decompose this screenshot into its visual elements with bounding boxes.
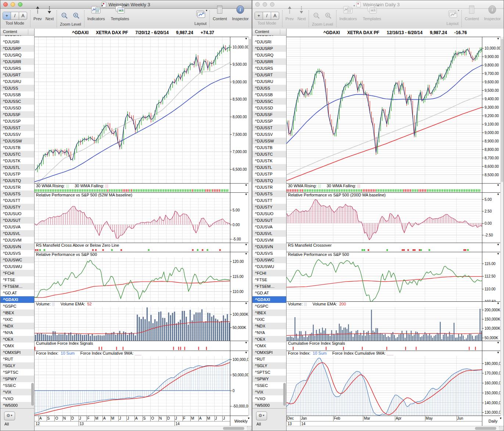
sidebar-item-djustc[interactable]: ^DJUSTC — [252, 151, 286, 157]
sidebar-item-djusuo[interactable]: ^DJUSUO — [0, 210, 34, 217]
sidebar-item-djusrq[interactable]: ^DJUSRQ — [252, 52, 286, 58]
strip-wma-chart[interactable] — [35, 189, 252, 192]
sidebar-item-djusrs[interactable]: ^DJUSRS — [252, 65, 286, 72]
sidebar-item-djustr[interactable]: ^DJUSTR — [0, 184, 34, 191]
sidebar-item-ibex[interactable]: ^IBEX — [0, 309, 34, 316]
sidebar-item-ixic[interactable]: ^IXIC — [252, 316, 286, 323]
pane-disclosure-icon[interactable]: ▼ — [245, 193, 248, 196]
text-tool-icon[interactable]: A — [271, 12, 279, 19]
zoom-out-icon[interactable] — [313, 12, 320, 21]
vbars-chart[interactable] — [287, 307, 504, 341]
sidebar-item-djusrq[interactable]: ^DJUSRQ — [0, 52, 34, 58]
force-chart[interactable] — [35, 356, 252, 416]
sidebar-item-omx[interactable]: ^OMX — [0, 343, 34, 349]
sidebar-item-djuswu[interactable]: ^DJUSWU — [0, 263, 34, 270]
gear-menu-button[interactable]: ⚙▼ — [256, 412, 267, 420]
sidebar-item-ftsem[interactable]: ^FTSEM… — [252, 283, 286, 290]
sidebar-item-spwy[interactable]: ^SPWY — [252, 376, 286, 382]
sidebar-item-djusri[interactable]: ^DJUSRI — [252, 39, 286, 45]
sidebar-item-ftsem[interactable]: ^FTSEM… — [0, 283, 34, 290]
sidebar-item-omx[interactable]: ^OMX — [252, 343, 286, 349]
sidebar-item-djusst[interactable]: ^DJUSST — [252, 124, 286, 131]
sidebar-item-djussp[interactable]: ^DJUSSP — [252, 118, 286, 124]
sidebar-item-djustt[interactable]: ^DJUSTT — [252, 197, 286, 204]
sidebar-item-djusvn[interactable]: ^DJUSVN — [0, 243, 34, 250]
sidebar-item-djustl[interactable]: ^DJUSTL — [252, 164, 286, 171]
sidebar-item-djusts[interactable]: ^DJUSTS — [252, 191, 286, 197]
sidebar-item-djustq[interactable]: ^DJUSTQ — [252, 177, 286, 184]
strip-dots-chart[interactable] — [35, 248, 252, 252]
sidebar-item-djustk[interactable]: ^DJUSTK — [252, 157, 286, 164]
sidebar-item-djussv[interactable]: ^DJUSSV — [0, 131, 34, 138]
sidebar-item-w5000[interactable]: ^W5000 — [0, 402, 34, 409]
lines-chart[interactable] — [35, 257, 252, 301]
strip-cfi-chart[interactable] — [287, 346, 504, 351]
sidebar-item-djusuo[interactable]: ^DJUSUO — [252, 210, 286, 217]
sidebar-scrollbar[interactable] — [31, 35, 34, 409]
sidebar-item-djussw[interactable]: ^DJUSSW — [252, 138, 286, 144]
layout-button[interactable]: ▼ Layout — [194, 10, 206, 26]
sidebar-item-oex[interactable]: ^OEX — [0, 336, 34, 343]
zoom-button[interactable] — [18, 2, 22, 7]
pane-disclosure-icon[interactable]: ▼ — [497, 302, 500, 305]
sidebar-item-vix[interactable]: ^VIX — [0, 389, 34, 395]
horizontal-scrollbar[interactable] — [287, 426, 504, 431]
sidebar-header[interactable]: Content — [0, 29, 34, 36]
sidebar-item-w5000[interactable]: ^W5000 — [252, 402, 286, 409]
hatch-chart[interactable] — [35, 198, 252, 243]
sidebar-item-djussw[interactable]: ^DJUSSW — [0, 138, 34, 144]
sidebar-item-djussd[interactable]: ^DJUSSD — [0, 105, 34, 111]
pane-disclosure-icon[interactable]: ▼ — [497, 341, 500, 345]
sidebar-item-ftse[interactable]: ^FTSE — [0, 276, 34, 283]
sidebar-item-ibex[interactable]: ^IBEX — [252, 309, 286, 316]
sidebar-item-gspc[interactable]: ^GSPC — [0, 303, 34, 309]
sidebar-item-gspc[interactable]: ^GSPC — [252, 303, 286, 309]
sidebar-item-djusva[interactable]: ^DJUSVA — [252, 224, 286, 230]
force-chart[interactable] — [287, 356, 504, 416]
sidebar-item-nya[interactable]: ^NYA — [0, 329, 34, 336]
sidebar-item-nya[interactable]: ^NYA — [252, 329, 286, 336]
hatch-chart[interactable] — [287, 198, 504, 243]
pane-disclosure-icon[interactable]: ▼ — [497, 351, 500, 355]
sidebar-item-djusrp[interactable]: ^DJUSRP — [0, 45, 34, 52]
sidebar-item-djusvl[interactable]: ^DJUSVL — [0, 230, 34, 237]
sidebar-item-djustl[interactable]: ^DJUSTL — [0, 164, 34, 171]
sidebar-item-ssec[interactable]: ^SSEC — [0, 382, 34, 389]
sidebar-item-djusrr[interactable]: ^DJUSRR — [0, 58, 34, 65]
strip-cfi-chart[interactable] — [35, 346, 252, 351]
sidebar-item-djusut[interactable]: ^DJUSUT — [0, 217, 34, 224]
close-button[interactable] — [3, 2, 8, 7]
sidebar-item-djussf[interactable]: ^DJUSSF — [0, 111, 34, 118]
sidebar-item-ndx[interactable]: ^NDX — [252, 323, 286, 329]
sidebar-item-djussb[interactable]: ^DJUSSB — [252, 91, 286, 98]
sidebar-item-rut[interactable]: ^RUT — [0, 356, 34, 362]
sidebar-item-gdaxi[interactable]: ^GDAXI — [252, 296, 286, 303]
resize-grip[interactable] — [247, 426, 251, 430]
sidebar-item-djussp[interactable]: ^DJUSSP — [0, 118, 34, 124]
sidebar-item-djusty[interactable]: ^DJUSTY — [252, 204, 286, 210]
sidebar-item-sptsc[interactable]: ^SPTSC — [252, 369, 286, 376]
sidebar-item-djusts[interactable]: ^DJUSTS — [0, 191, 34, 197]
vbars-chart[interactable] — [35, 307, 252, 341]
sidebar-scrollbar[interactable] — [283, 35, 286, 409]
horizontal-scrollbar[interactable] — [35, 426, 252, 431]
sidebar-item-djusva[interactable]: ^DJUSVA — [0, 224, 34, 230]
crosshair-tool-icon[interactable]: + — [3, 12, 11, 19]
trendline-tool-icon[interactable]: / — [263, 12, 271, 19]
sidebar-item-vix[interactable]: ^VIX — [252, 389, 286, 395]
close-button[interactable] — [255, 2, 260, 7]
sidebar-item-djusvm[interactable]: ^DJUSVM — [0, 237, 34, 243]
zoom-in-icon[interactable] — [325, 12, 332, 21]
minimize-button[interactable] — [263, 2, 267, 7]
sidebar-item-djusvs[interactable]: ^DJUSVS — [252, 250, 286, 257]
strip-wma-chart[interactable] — [287, 189, 504, 192]
timeframe-selector[interactable]: Daily▼ — [482, 416, 504, 426]
sidebar-item-djustq[interactable]: ^DJUSTQ — [0, 177, 34, 184]
zoom-out-icon[interactable] — [61, 12, 68, 21]
resize-grip[interactable] — [499, 426, 503, 430]
sidebar-item-djusvl[interactable]: ^DJUSVL — [252, 230, 286, 237]
sidebar-item-djussc[interactable]: ^DJUSSC — [0, 98, 34, 105]
sidebar-item-djusru[interactable]: ^DJUSRU — [0, 78, 34, 85]
price-chart[interactable] — [287, 37, 504, 183]
layout-button[interactable]: ▼ Layout — [446, 10, 458, 26]
